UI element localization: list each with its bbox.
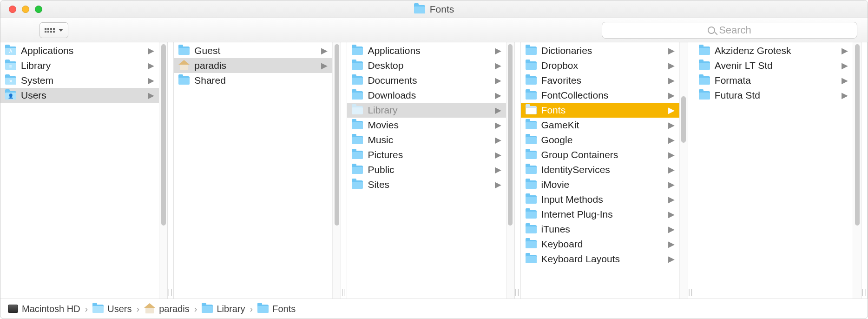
list-item[interactable]: 👤Users▶ [0,88,159,103]
list-item[interactable]: Library▶ [347,103,506,118]
scrollbar-thumb[interactable] [855,44,860,226]
list-item[interactable]: Guest▶ [174,43,332,58]
list-item[interactable]: Google▶ [521,133,679,147]
folder-icon [526,151,537,159]
list-item[interactable]: Dictionaries▶ [521,43,679,58]
breadcrumb-label: Library [217,304,245,314]
chevron-right-icon: ▶ [668,165,675,175]
column-resize-handle[interactable]: || [167,42,174,299]
scrollbar-thumb[interactable] [681,96,686,143]
titlebar[interactable]: Fonts [0,0,868,18]
item-label: Google [541,134,664,146]
scrollbar[interactable] [853,42,861,299]
folder-icon [526,166,537,174]
list-item[interactable]: GameKit▶ [521,118,679,133]
item-label: Library [368,105,490,116]
list-item[interactable]: Formata▶ [694,73,853,88]
chevron-right-icon: ▶ [495,135,501,145]
folder-icon [526,106,537,114]
chevron-right-icon: ▶ [668,46,675,56]
list-item[interactable]: AApplications▶ [0,43,159,58]
column-list: AApplications▶≡Library▶✕System▶👤Users▶ [0,42,159,299]
list-item[interactable]: Futura Std▶ [694,88,853,103]
column-resize-handle[interactable]: || [341,42,347,299]
view-mode-button[interactable] [39,22,68,38]
search-field[interactable]: Search [602,22,857,39]
list-item[interactable]: Documents▶ [347,73,506,88]
list-item[interactable]: Akzidenz Grotesk▶ [694,43,853,58]
folder-icon [352,151,363,159]
list-item[interactable]: Movies▶ [347,118,506,133]
list-item[interactable]: ✕System▶ [0,73,159,88]
list-item[interactable]: Internet Plug-Ins▶ [521,207,679,222]
list-item[interactable]: Group Containers▶ [521,147,679,162]
chevron-right-icon: › [193,304,198,314]
breadcrumb[interactable]: Users [92,304,132,314]
minimize-button[interactable] [22,6,29,13]
list-item[interactable]: Public▶ [347,162,506,177]
scrollbar-thumb[interactable] [161,44,166,226]
list-item[interactable]: iTunes▶ [521,222,679,237]
window-title: Fonts [430,4,454,15]
list-item[interactable]: Applications▶ [347,43,506,58]
list-item[interactable]: iMovie▶ [521,177,679,192]
folder-icon [526,210,537,219]
list-item[interactable]: Keyboard Layouts▶ [521,252,679,266]
breadcrumb[interactable]: Macintosh HD [8,304,80,314]
item-label: Futura Std [715,90,837,101]
folder-icon [352,47,363,55]
grid-icon [45,28,55,33]
item-label: Downloads [368,90,490,101]
item-label: Dropbox [541,60,664,71]
breadcrumb[interactable]: Library [202,304,245,314]
chevron-right-icon: ▶ [495,105,501,115]
item-label: Guest [194,45,316,56]
column-resize-handle[interactable]: || [514,42,521,299]
column-list: Applications▶Desktop▶Documents▶Downloads… [347,42,506,299]
breadcrumb-label: Users [107,304,132,314]
list-item[interactable]: Downloads▶ [347,88,506,103]
scrollbar[interactable] [506,42,514,299]
list-item[interactable]: Music▶ [347,133,506,147]
item-label: Formata [715,75,837,86]
list-item[interactable]: Desktop▶ [347,58,506,73]
chevron-right-icon: ▶ [668,90,675,100]
list-item[interactable]: Input Methods▶ [521,192,679,207]
chevron-right-icon: ▶ [842,75,848,86]
chevron-right-icon: ▶ [668,120,675,130]
breadcrumb[interactable]: Fonts [257,304,296,314]
breadcrumb-label: paradis [159,304,190,314]
list-item[interactable]: IdentityServices▶ [521,162,679,177]
scrollbar[interactable] [679,42,688,299]
list-item[interactable]: Fonts▶ [521,103,679,118]
item-label: GameKit [541,120,664,131]
scrollbar-thumb[interactable] [335,44,339,226]
list-item[interactable]: ≡Library▶ [0,58,159,73]
close-button[interactable] [9,6,16,13]
folder-icon [526,255,537,263]
breadcrumb[interactable]: paradis [144,304,190,314]
scrollbar[interactable] [332,42,341,299]
list-item[interactable]: Sites▶ [347,177,506,192]
list-item[interactable]: Pictures▶ [347,147,506,162]
list-item[interactable]: Dropbox▶ [521,58,679,73]
list-item[interactable]: Shared [174,73,332,88]
scrollbar[interactable] [159,42,167,299]
column-resize-handle[interactable]: || [688,42,694,299]
list-item[interactable]: FontCollections▶ [521,88,679,103]
window-controls [9,6,42,13]
folder-icon [699,76,710,85]
list-item[interactable]: Keyboard▶ [521,237,679,252]
list-item[interactable]: Avenir LT Std▶ [694,58,853,73]
list-item[interactable]: Favorites▶ [521,73,679,88]
column-resize-handle[interactable]: || [861,42,868,299]
scrollbar-thumb[interactable] [508,44,513,226]
system-folder-icon: ✕ [5,76,16,85]
system-folder-icon: A [5,47,16,55]
chevron-right-icon: ▶ [495,165,501,175]
zoom-button[interactable] [35,6,42,13]
folder-icon [352,91,363,100]
item-label: System [21,75,143,86]
list-item[interactable]: paradis▶ [174,58,332,73]
column-list: Dictionaries▶Dropbox▶Favorites▶FontColle… [521,42,679,299]
